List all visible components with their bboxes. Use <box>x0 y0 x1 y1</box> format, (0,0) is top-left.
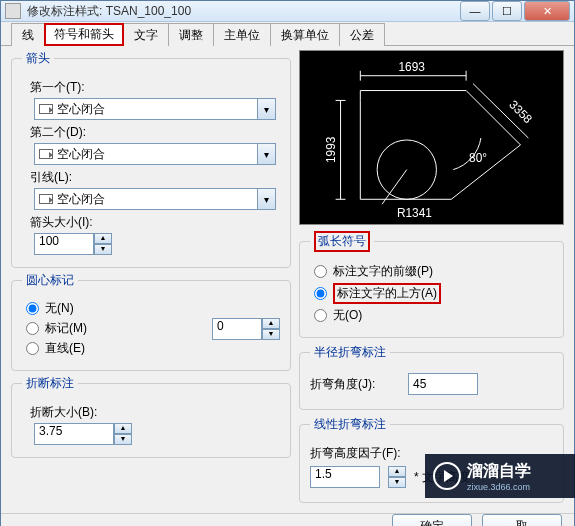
chevron-down-icon[interactable] <box>258 143 276 165</box>
radio-label: 标注文字的上方(A) <box>333 283 441 304</box>
break-dim-group: 折断标注 折断大小(B): 3.75 ▲ ▼ <box>11 375 291 458</box>
arrows-group: 箭头 第一个(T): 空心闭合 第二个(D): 空心闭合 引线(L): 空心闭合… <box>11 50 291 268</box>
preview-pane: 1693 1993 R1341 80° 3358 <box>299 50 564 225</box>
app-icon <box>5 3 21 19</box>
spinner-up-icon[interactable]: ▲ <box>114 423 132 434</box>
break-size-spinner: ▲ ▼ <box>114 423 132 445</box>
ok-button[interactable]: 确定 <box>392 514 472 526</box>
center-mark-group: 圆心标记 无(N) 标记(M) 直线(E) 0 ▲ ▼ <box>11 272 291 371</box>
center-mark-none[interactable]: 无(N) <box>26 300 212 317</box>
break-size-input[interactable]: 3.75 <box>34 423 114 445</box>
maximize-button[interactable]: ☐ <box>492 1 522 21</box>
watermark-main: 溜溜自学 <box>467 461 531 482</box>
title-bar: 修改标注样式: TSAN_100_100 — ☐ ✕ <box>1 1 574 22</box>
spinner-down-icon[interactable]: ▼ <box>114 434 132 445</box>
minimize-button[interactable]: — <box>460 1 490 21</box>
break-dim-legend: 折断标注 <box>22 375 78 392</box>
arrow-style-icon <box>39 149 53 159</box>
chevron-down-icon[interactable] <box>258 188 276 210</box>
first-arrow-label: 第一个(T): <box>30 79 280 96</box>
center-mark-mark[interactable]: 标记(M) <box>26 320 212 337</box>
first-arrow-value: 空心闭合 <box>57 101 105 118</box>
jog-factor-input[interactable]: 1.5 <box>310 466 380 488</box>
window-title: 修改标注样式: TSAN_100_100 <box>27 3 458 20</box>
tab-bar: 线 符号和箭头 文字 调整 主单位 换算单位 公差 <box>1 22 574 46</box>
tab-text[interactable]: 文字 <box>123 23 169 46</box>
leader-arrow-value: 空心闭合 <box>57 191 105 208</box>
break-size-label: 折断大小(B): <box>30 404 280 421</box>
arrow-size-input[interactable]: 100 <box>34 233 94 255</box>
tab-primary-units[interactable]: 主单位 <box>213 23 271 46</box>
spinner-up-icon[interactable]: ▲ <box>262 318 280 329</box>
arrow-style-icon <box>39 104 53 114</box>
play-icon <box>433 462 461 490</box>
tab-alternate-units[interactable]: 换算单位 <box>270 23 340 46</box>
radio-label: 无(N) <box>45 300 74 317</box>
center-mark-size-input[interactable]: 0 <box>212 318 262 340</box>
chevron-down-icon[interactable] <box>258 98 276 120</box>
tab-symbols-arrows[interactable]: 符号和箭头 <box>44 23 124 46</box>
second-arrow-value: 空心闭合 <box>57 146 105 163</box>
radio-label: 无(O) <box>333 307 362 324</box>
radio-label: 标注文字的前缀(P) <box>333 263 433 280</box>
second-arrow-label: 第二个(D): <box>30 124 280 141</box>
spinner-up-icon[interactable]: ▲ <box>388 466 406 477</box>
spinner-down-icon[interactable]: ▼ <box>262 329 280 340</box>
radio-label: 直线(E) <box>45 340 85 357</box>
center-mark-line[interactable]: 直线(E) <box>26 340 212 357</box>
spinner-down-icon[interactable]: ▼ <box>94 244 112 255</box>
arc-none-radio[interactable]: 无(O) <box>314 307 553 324</box>
radius-jog-legend: 半径折弯标注 <box>310 344 390 361</box>
arc-symbol-group: 弧长符号 标注文字的前缀(P) 标注文字的上方(A) 无(O) <box>299 231 564 338</box>
dim-angle: 80° <box>469 151 487 165</box>
center-mark-spinner: ▲ ▼ <box>262 318 280 340</box>
leader-arrow-label: 引线(L): <box>30 169 280 186</box>
arc-prefix-radio[interactable]: 标注文字的前缀(P) <box>314 263 553 280</box>
jog-angle-input[interactable]: 45 <box>408 373 478 395</box>
jog-angle-label: 折弯角度(J): <box>310 376 400 393</box>
center-mark-legend: 圆心标记 <box>22 272 78 289</box>
tab-line[interactable]: 线 <box>11 23 45 46</box>
left-column: 箭头 第一个(T): 空心闭合 第二个(D): 空心闭合 引线(L): 空心闭合… <box>11 50 291 503</box>
leader-arrow-dropdown[interactable]: 空心闭合 <box>34 188 276 210</box>
dim-top: 1693 <box>399 60 426 74</box>
jog-factor-spinner: ▲ ▼ <box>388 466 406 488</box>
spinner-up-icon[interactable]: ▲ <box>94 233 112 244</box>
dim-radius: R1341 <box>397 206 432 220</box>
radio-label: 标记(M) <box>45 320 87 337</box>
dialog-footer: 确定 取 <box>1 513 574 526</box>
watermark-sub: zixue.3d66.com <box>467 482 531 492</box>
arc-symbol-legend: 弧长符号 <box>314 231 370 252</box>
window-controls: — ☐ ✕ <box>458 1 570 21</box>
watermark: 溜溜自学 zixue.3d66.com <box>425 454 575 498</box>
tab-content: 箭头 第一个(T): 空心闭合 第二个(D): 空心闭合 引线(L): 空心闭合… <box>1 46 574 513</box>
close-button[interactable]: ✕ <box>524 1 570 21</box>
arrow-style-icon <box>39 194 53 204</box>
first-arrow-dropdown[interactable]: 空心闭合 <box>34 98 276 120</box>
dim-left: 1993 <box>324 136 338 163</box>
arrow-size-label: 箭头大小(I): <box>30 214 280 231</box>
radius-jog-group: 半径折弯标注 折弯角度(J): 45 <box>299 344 564 410</box>
linear-jog-legend: 线性折弯标注 <box>310 416 390 433</box>
dim-right: 3358 <box>506 98 535 127</box>
arrow-size-spinner: ▲ ▼ <box>94 233 112 255</box>
cancel-button[interactable]: 取 <box>482 514 562 526</box>
dialog-window: 修改标注样式: TSAN_100_100 — ☐ ✕ 线 符号和箭头 文字 调整… <box>0 0 575 526</box>
second-arrow-dropdown[interactable]: 空心闭合 <box>34 143 276 165</box>
tab-tolerances[interactable]: 公差 <box>339 23 385 46</box>
arrows-legend: 箭头 <box>22 50 54 67</box>
arc-above-radio[interactable]: 标注文字的上方(A) <box>314 283 553 304</box>
tab-fit[interactable]: 调整 <box>168 23 214 46</box>
spinner-down-icon[interactable]: ▼ <box>388 477 406 488</box>
right-column: 1693 1993 R1341 80° 3358 弧长符号 标注文字的前 <box>299 50 564 503</box>
